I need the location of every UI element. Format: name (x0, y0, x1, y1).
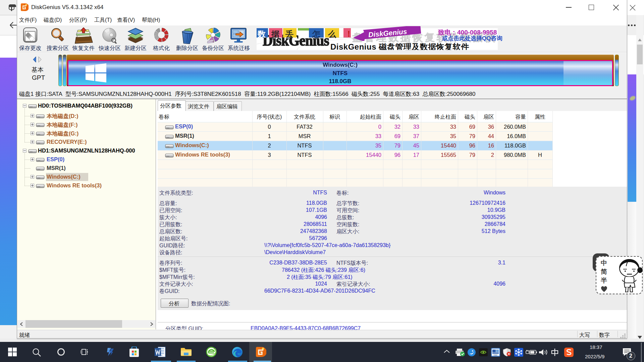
svg-text:intel: intel (493, 354, 497, 356)
